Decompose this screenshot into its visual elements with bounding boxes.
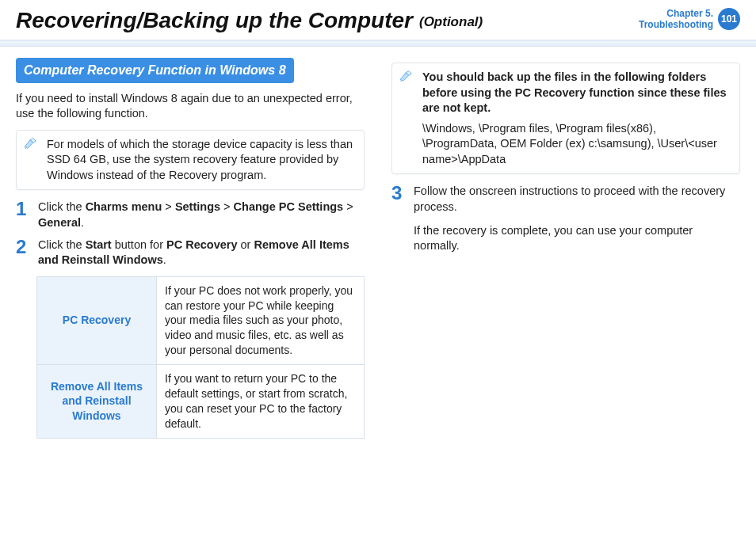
header-rule <box>0 40 756 47</box>
page-title: Recovering/Backing up the Computer <box>16 8 413 33</box>
table-row: PC Recovery If your PC does not work pro… <box>37 276 365 364</box>
chapter-block: Chapter 5. Troubleshooting 101 <box>639 8 740 31</box>
cell-remove-all-text: If you want to return your PC to the def… <box>157 365 365 439</box>
recovery-options-table: PC Recovery If your PC does not work pro… <box>36 276 365 439</box>
t: Click the <box>38 238 86 251</box>
step-3-line-1: Follow the onscreen instructions to proc… <box>414 184 740 215</box>
step-1: 1 Click the Charms menu > Settings > Cha… <box>16 200 365 230</box>
step-2-number: 2 <box>16 238 30 268</box>
t: Charms menu <box>86 200 162 213</box>
t: > <box>220 200 234 213</box>
t: button for <box>112 238 166 251</box>
note-icon <box>23 137 40 150</box>
note-icon <box>399 70 416 82</box>
step-1-body: Click the Charms menu > Settings > Chang… <box>38 200 365 230</box>
note-ssd-text: For models of which the storage device c… <box>47 138 353 181</box>
t: Change PC Settings <box>234 200 344 213</box>
columns: Computer Recovery Function in Windows 8 … <box>16 58 740 439</box>
page-subtitle: (Optional) <box>419 14 483 30</box>
note-backup-bold: You should back up the files in the foll… <box>422 70 727 114</box>
step-2: 2 Click the Start button for PC Recovery… <box>16 238 365 268</box>
t: Settings <box>175 200 220 213</box>
step-3-body: Follow the onscreen instructions to proc… <box>414 184 740 261</box>
step-3: 3 Follow the onscreen instructions to pr… <box>391 184 740 261</box>
step-3-number: 3 <box>391 184 406 261</box>
t: Start <box>86 238 112 251</box>
step-2-body: Click the Start button for PC Recovery o… <box>38 238 365 268</box>
step-1-number: 1 <box>16 200 30 230</box>
note-ssd: For models of which the storage device c… <box>16 130 365 191</box>
t: > <box>162 200 175 213</box>
title-wrap: Recovering/Backing up the Computer (Opti… <box>16 8 483 33</box>
t: Click the <box>38 200 86 213</box>
note-backup-paths: \Windows, \Program files, \Program files… <box>422 122 717 165</box>
cell-remove-all-label: Remove All Items and Reinstall Windows <box>37 365 157 439</box>
note-backup: You should back up the files in the foll… <box>391 63 740 174</box>
step-3-line-2: If the recovery is complete, you can use… <box>414 223 740 254</box>
cell-pc-recovery-text: If your PC does not work properly, you c… <box>157 276 365 364</box>
chapter-line-2: Troubleshooting <box>639 19 713 30</box>
page-number-badge: 101 <box>718 8 740 30</box>
t: General <box>38 216 81 229</box>
t: > <box>343 200 353 213</box>
chapter-text: Chapter 5. Troubleshooting <box>639 8 713 31</box>
t: or <box>237 238 254 251</box>
left-column: Computer Recovery Function in Windows 8 … <box>16 58 365 439</box>
chapter-line-1: Chapter 5. <box>666 8 713 19</box>
note-backup-body: You should back up the files in the foll… <box>422 70 731 167</box>
t: . <box>163 253 166 266</box>
cell-pc-recovery-label: PC Recovery <box>37 276 157 364</box>
t: PC Recovery <box>166 238 237 251</box>
page-header: Recovering/Backing up the Computer (Opti… <box>16 8 740 33</box>
section-heading: Computer Recovery Function in Windows 8 <box>16 58 294 83</box>
t: . <box>81 216 84 229</box>
right-column: You should back up the files in the foll… <box>391 58 740 439</box>
document-page: Recovering/Backing up the Computer (Opti… <box>0 0 756 536</box>
table-row: Remove All Items and Reinstall Windows I… <box>37 365 365 439</box>
intro-text: If you need to install Windows 8 again d… <box>16 91 365 122</box>
